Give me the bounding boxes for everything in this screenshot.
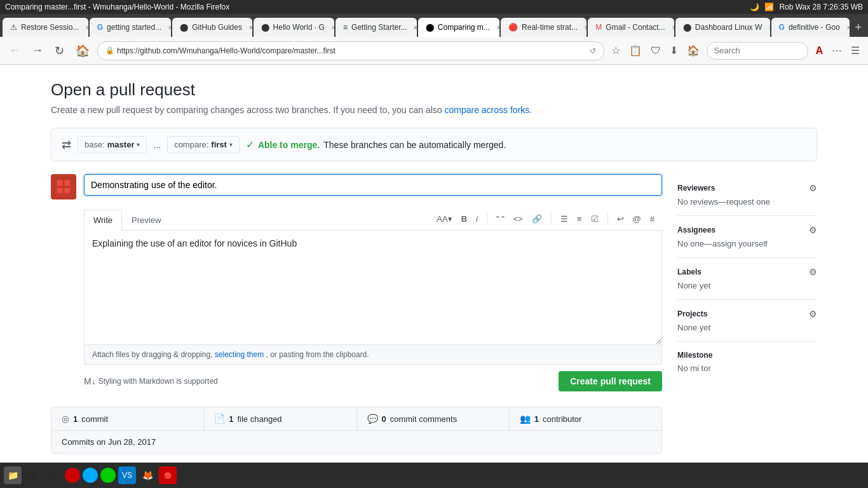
code-tool[interactable]: <>	[511, 213, 526, 225]
home-button[interactable]: 🏠	[72, 43, 93, 59]
tab-icon: 🔴	[508, 23, 518, 32]
clock: Rob Wax 28 7:26:35 WB	[779, 3, 863, 11]
tab-close[interactable]: ✕	[584, 24, 587, 31]
compare-caret-icon: ▾	[229, 141, 233, 148]
new-tab-button[interactable]: +	[851, 21, 865, 34]
reading-mode[interactable]: 📋	[626, 43, 645, 58]
tab-write[interactable]: Write	[84, 210, 122, 231]
select-files-link[interactable]: selecting them	[215, 350, 264, 359]
titlebar-text: Comparing master...first - Wmuhanga/Hell…	[5, 3, 229, 11]
tab-preview[interactable]: Preview	[122, 210, 170, 231]
tab-definitive[interactable]: G definitive - Goo ✕	[771, 18, 850, 37]
tab-realtime[interactable]: 🔴 Real-time strat... ✕	[501, 18, 587, 37]
reload-icon: ↺	[590, 46, 596, 55]
task-list-tool[interactable]: ☑	[588, 213, 601, 225]
bold-tool[interactable]: B	[459, 213, 470, 225]
tab-close[interactable]: ✕	[413, 24, 416, 31]
tab-github-guides[interactable]: ⬤ GitHub Guides ✕	[172, 18, 252, 37]
taskbar-icon-red1[interactable]	[65, 468, 80, 483]
tab-dashboard[interactable]: ⬤ Dashboard Linux W ✕	[675, 18, 770, 37]
quote-tool[interactable]: " "	[494, 213, 507, 225]
toolbar-separator-1	[487, 214, 487, 224]
bookmark-star[interactable]: ☆	[608, 43, 623, 58]
labels-section: Labels ⚙ None yet	[677, 258, 817, 300]
toolbar-separator-3	[607, 214, 608, 224]
tab-hello-world[interactable]: ⬤ Hello World · G ✕	[254, 18, 334, 37]
taskbar-icon-files[interactable]: 📁	[4, 466, 22, 484]
contributor-icon: 👥	[520, 414, 531, 424]
tab-close[interactable]: ✕	[331, 24, 334, 31]
extra-icons: A ⋯ ☰	[812, 43, 863, 58]
attach-text2: , or pasting from the clipboard.	[266, 350, 369, 359]
toolbar-icons: ☆ 📋 🛡 ⬇ 🏠	[608, 43, 703, 58]
shield[interactable]: 🛡	[648, 44, 664, 58]
taskbar-icon-vscode[interactable]: VS	[118, 466, 136, 484]
reviewers-gear-icon[interactable]: ⚙	[809, 183, 817, 193]
form-row-title	[51, 174, 662, 202]
tab-close[interactable]: ✕	[846, 24, 850, 31]
tab-label: Real-time strat...	[522, 23, 578, 32]
italic-tool[interactable]: i	[473, 213, 480, 225]
projects-title: Projects	[677, 309, 707, 318]
pr-title-input[interactable]	[84, 174, 662, 196]
profile-icon[interactable]: A	[812, 44, 826, 58]
labels-gear-icon[interactable]: ⚙	[809, 267, 817, 277]
back-button[interactable]: ←	[5, 43, 24, 58]
browser-tabs: ⚠ Restore Sessio... ✕ G getting started.…	[0, 14, 868, 37]
reference-tool[interactable]: #	[648, 213, 657, 225]
stats-row: ◎ 1 commit 📄 1 file changed 💬 0 commit c…	[51, 407, 661, 431]
taskbar-icon-green[interactable]	[100, 468, 116, 483]
commits-header: Commits on Jun 28, 2017	[51, 431, 661, 453]
editor-body[interactable]: Explaining the use of an editor for novi…	[84, 231, 662, 345]
overflow-menu[interactable]: ⋯	[829, 43, 845, 58]
search-input[interactable]	[707, 42, 808, 60]
tab-restore[interactable]: ⚠ Restore Sessio... ✕	[3, 18, 88, 37]
link-tool[interactable]: 🔗	[529, 213, 545, 225]
taskbar-icon-red2[interactable]: 🔴	[159, 466, 177, 484]
markdown-label: Styling with Markdown is supported	[98, 377, 218, 386]
tab-close[interactable]: ✕	[672, 24, 674, 31]
reviewers-title: Reviewers	[677, 184, 715, 193]
titlebar: Comparing master...first - Wmuhanga/Hell…	[0, 0, 868, 14]
home2[interactable]: 🏠	[684, 43, 703, 58]
create-pull-request-button[interactable]: Create pull request	[559, 371, 662, 391]
compare-forks-link[interactable]: compare across forks.	[444, 105, 532, 115]
tab-close[interactable]: ✕	[85, 24, 88, 31]
compare-bar: ⇄ base: master ▾ ... compare: first ▾ ✓ …	[51, 128, 817, 161]
forward-button[interactable]: →	[28, 43, 47, 58]
address-bar[interactable]: 🔒 https://github.com/Wmuhanga/Hello-Worl…	[97, 41, 604, 60]
tab-gmail[interactable]: M Gmail - Contact... ✕	[588, 18, 674, 37]
projects-gear-icon[interactable]: ⚙	[809, 309, 817, 319]
hamburger-menu[interactable]: ☰	[848, 43, 863, 58]
taskbar-icon-settings[interactable]: ⚙	[44, 466, 62, 484]
unordered-list-tool[interactable]: ☰	[558, 213, 571, 225]
ordered-list-tool[interactable]: ≡	[574, 213, 585, 225]
tab-label: Dashboard Linux W	[695, 23, 762, 32]
mention-tool[interactable]: @	[630, 213, 644, 225]
tab-comparing[interactable]: ⬤ Comparing m... ✕	[418, 18, 499, 37]
download[interactable]: ⬇	[667, 43, 681, 58]
base-branch-select[interactable]: base: master ▾	[78, 136, 147, 153]
tab-getting-started[interactable]: G getting started... ✕	[90, 18, 172, 37]
tab-getting-starter[interactable]: ≡ Getting Starter... ✕	[336, 18, 417, 37]
file-icon: 📄	[214, 414, 225, 424]
pr-sidebar: Reviewers ⚙ No reviews—request one Assig…	[677, 174, 817, 454]
refresh-button[interactable]: ↻	[51, 43, 68, 59]
commits-stat: ◎ 1 commit	[51, 407, 204, 430]
font-size-tool[interactable]: AA▾	[434, 213, 454, 225]
taskbar-icon-terminal[interactable]: 🖥	[24, 466, 42, 484]
undo-tool[interactable]: ↩	[614, 213, 627, 225]
tab-close[interactable]: ✕	[248, 24, 252, 31]
taskbar-icon-firefox[interactable]: 🦊	[139, 466, 156, 484]
tab-close[interactable]: ✕	[768, 24, 770, 31]
comment-count: 0	[382, 414, 386, 424]
file-count: 1	[229, 414, 233, 424]
tab-close[interactable]: ✕	[496, 24, 499, 31]
milestone-title: Milestone	[677, 351, 712, 360]
taskbar-icon-blue[interactable]	[83, 468, 98, 483]
milestone-header: Milestone	[677, 351, 817, 360]
compare-branch-select[interactable]: compare: first ▾	[167, 136, 240, 153]
milestone-value: No mi tor	[677, 363, 817, 373]
assignees-gear-icon[interactable]: ⚙	[809, 225, 817, 235]
tab-close[interactable]: ✕	[168, 24, 171, 31]
